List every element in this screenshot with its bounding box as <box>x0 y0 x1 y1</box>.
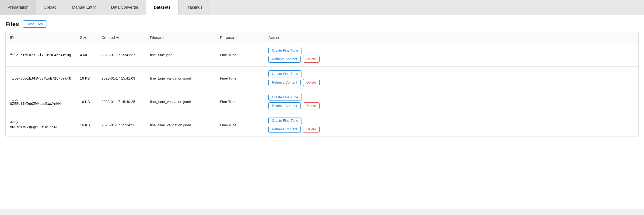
files-title: Files <box>5 21 19 28</box>
cell-filename: fine_tune_validation.jsonl <box>146 90 216 113</box>
cell-size: 16 KB <box>76 67 97 90</box>
delete-button[interactable]: Delete <box>303 126 320 133</box>
cell-id: file-otdEU2322ix1UisC4hh4rjUg <box>6 43 76 67</box>
create-fine-tune-button[interactable]: Create Fine-Tune <box>268 70 302 77</box>
tab-preparation[interactable]: Preparation <box>0 0 36 15</box>
cell-size: 16 KB <box>76 113 97 137</box>
cell-created-at: 2023-01-17 15:41:09 <box>97 67 146 90</box>
cell-action: Create Fine-TuneRetrieve ContentDelete <box>264 90 638 113</box>
files-table: ID Size Created At Filename Purpose Acti… <box>6 32 638 137</box>
col-header-filename: Filename <box>146 32 216 43</box>
col-header-size: Size <box>76 32 97 43</box>
cell-created-at: 2023-01-17 15:40:25 <box>97 90 146 113</box>
table-row: file-V6EsMIWEZQBgMS5fHVTiSNO016 KB2023-0… <box>6 113 638 137</box>
cell-purpose: Fine-Tune <box>216 67 264 90</box>
cell-size: 4 MB <box>76 43 97 67</box>
delete-button[interactable]: Delete <box>303 102 320 109</box>
table-header-row: ID Size Created At Filename Purpose Acti… <box>6 32 638 43</box>
tab-trainings[interactable]: Trainings <box>178 0 210 15</box>
cell-id: file-V6EsMIWEZQBgMS5fHVTiSNO0 <box>6 113 76 137</box>
files-header: Files Sync Files <box>5 20 639 28</box>
cell-filename: fine_tune_validation.jsonl <box>146 67 216 90</box>
table-container: ID Size Created At Filename Purpose Acti… <box>5 32 639 137</box>
cell-purpose: Fine-Tune <box>216 43 264 67</box>
cell-filename: fine_tune_validation.jsonl <box>146 113 216 137</box>
cell-id: file-OZEBUtIYDu0ZWKded3WwYmMM <box>6 90 76 113</box>
cell-action: Create Fine-TuneRetrieve ContentDelete <box>264 67 638 90</box>
retrieve-content-button[interactable]: Retrieve Content <box>268 126 301 133</box>
cell-purpose: Fine-Tune <box>216 90 264 113</box>
cell-id: file-DoDIEJ4SWJzPioE72QFQrk4N <box>6 67 76 90</box>
retrieve-content-button[interactable]: Retrieve Content <box>268 56 301 63</box>
table-row: file-OZEBUtIYDu0ZWKded3WwYmMM16 KB2023-0… <box>6 90 638 113</box>
tab-datasets[interactable]: Datasets <box>146 0 178 15</box>
create-fine-tune-button[interactable]: Create Fine-Tune <box>268 94 302 101</box>
cell-created-at: 2023-01-17 15:41:37 <box>97 43 146 67</box>
cell-created-at: 2023-01-17 15:34:33 <box>97 113 146 137</box>
delete-button[interactable]: Delete <box>303 79 320 86</box>
retrieve-content-button[interactable]: Retrieve Content <box>268 102 301 109</box>
cell-action: Create Fine-TuneRetrieve ContentDelete <box>264 113 638 137</box>
cell-size: 16 KB <box>76 90 97 113</box>
retrieve-content-button[interactable]: Retrieve Content <box>268 79 301 86</box>
cell-purpose: Fine-Tune <box>216 113 264 137</box>
tabs-bar: Preparation Upload Manual Entry Data Con… <box>0 0 644 15</box>
create-fine-tune-button[interactable]: Create Fine-Tune <box>268 117 302 124</box>
cell-action: Create Fine-TuneRetrieve ContentDelete <box>264 43 638 67</box>
tab-upload[interactable]: Upload <box>36 0 65 15</box>
content-area: Files Sync Files ID Size Created At File… <box>0 15 644 209</box>
table-row: file-DoDIEJ4SWJzPioE72QFQrk4N16 KB2023-0… <box>6 67 638 90</box>
delete-button[interactable]: Delete <box>303 56 320 63</box>
col-header-id: ID <box>6 32 76 43</box>
sync-files-button[interactable]: Sync Files <box>23 20 47 28</box>
col-header-action: Action <box>264 32 638 43</box>
tab-manual-entry[interactable]: Manual Entry <box>64 0 103 15</box>
table-row: file-otdEU2322ix1UisC4hh4rjUg4 MB2023-01… <box>6 43 638 67</box>
cell-filename: fine_tune.jsonl <box>146 43 216 67</box>
col-header-purpose: Purpose <box>216 32 264 43</box>
col-header-created: Created At <box>97 32 146 43</box>
tab-data-converter[interactable]: Data Converter <box>103 0 146 15</box>
create-fine-tune-button[interactable]: Create Fine-Tune <box>268 47 302 54</box>
